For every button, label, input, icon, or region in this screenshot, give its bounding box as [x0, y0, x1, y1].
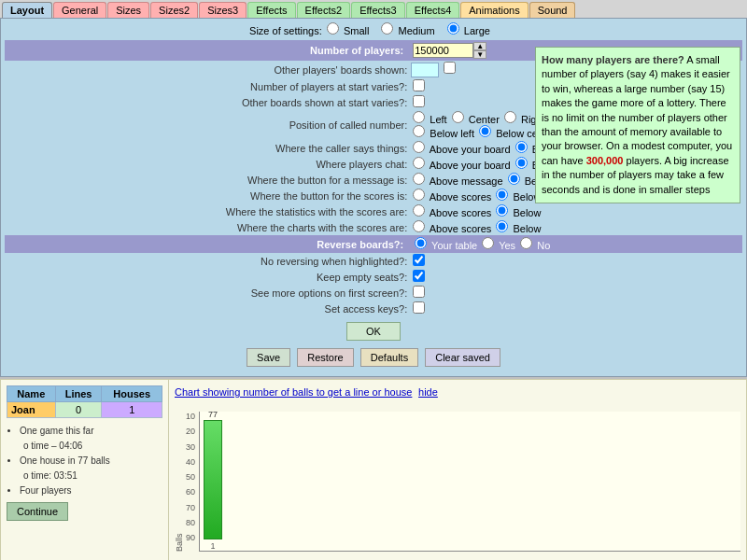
empty-seats-check[interactable] — [413, 270, 425, 282]
boards-varies-check[interactable] — [413, 95, 425, 107]
empty-seats-label: Keep empty seats?: — [317, 272, 407, 283]
more-options-label: See more options on first screen?: — [251, 287, 408, 299]
row-no-reverse-highlight: No reversing when highlighted?: — [5, 253, 742, 269]
access-keys-check[interactable] — [413, 301, 425, 314]
tab-effects4[interactable]: Effects4 — [406, 2, 460, 18]
reverse-label: Reverse boards?: — [317, 239, 403, 250]
num-players-label: Number of players: — [310, 45, 403, 56]
tab-sound[interactable]: Sound — [529, 2, 576, 18]
charts-above-radio[interactable] — [413, 220, 425, 232]
stats-info-item-5: Four players — [20, 483, 162, 497]
stats-cell-houses: 1 — [102, 402, 162, 418]
charts-below-radio[interactable] — [496, 220, 508, 232]
tab-animations[interactable]: Animations — [460, 2, 528, 18]
tab-bar: Layout General Sizes Sizes2 Sizes3 Effec… — [0, 0, 747, 18]
size-medium-radio[interactable] — [381, 22, 393, 35]
reverse-yes-label: Yes — [480, 240, 515, 251]
action-btn-row: Save Restore Defaults Clear saved — [5, 346, 742, 369]
pos-right-radio[interactable] — [504, 111, 516, 123]
scores-below-radio[interactable] — [496, 189, 508, 201]
more-options-check[interactable] — [413, 286, 425, 298]
pos-below-center-radio[interactable] — [479, 125, 491, 137]
chart-area: Balls 90 80 70 60 50 40 30 20 10 — [175, 402, 740, 552]
charts-below-label: Below — [494, 223, 541, 234]
stats-cell-name: Joan — [7, 402, 56, 418]
stats-panel: Name Lines Houses Joan 0 1 One game this… — [1, 380, 169, 560]
clear-saved-button[interactable]: Clear saved — [425, 348, 500, 367]
spinner-up[interactable]: ▲ — [473, 42, 486, 50]
access-keys-label: Set access keys?: — [325, 303, 408, 315]
chat-below-radio[interactable] — [515, 157, 528, 169]
msg-above-radio[interactable] — [413, 173, 425, 185]
other-boards-input[interactable] — [411, 63, 439, 77]
other-boards-check[interactable] — [444, 62, 456, 74]
continue-button[interactable]: Continue — [7, 502, 68, 521]
stats-header-name: Name — [7, 386, 56, 402]
stats-below-radio[interactable] — [496, 204, 508, 217]
tab-effects[interactable]: Effects — [247, 2, 295, 18]
settings-panel: How many players are there? A small numb… — [0, 18, 747, 377]
msg-above-label: Above message — [411, 175, 502, 187]
scores-above-radio[interactable] — [413, 189, 425, 201]
scores-below-label: Below — [494, 191, 541, 203]
size-large-radio[interactable] — [447, 22, 459, 35]
stats-info: One game this far o time – 04:06 One hou… — [7, 424, 162, 497]
stats-row-joan: Joan 0 1 — [7, 402, 162, 418]
pos-below-left-label: Below left — [411, 128, 474, 139]
num-players-input-group: ▲ ▼ — [413, 42, 486, 59]
tab-sizes[interactable]: Sizes — [107, 2, 149, 18]
message-btn-label: Where the button for a message is: — [247, 175, 407, 186]
stats-above-radio[interactable] — [413, 204, 425, 217]
ok-button[interactable]: OK — [346, 322, 401, 341]
chat-label: Where players chat: — [316, 159, 407, 170]
chart-hide-link[interactable]: hide — [418, 386, 438, 398]
stats-info-item-1: One game this far — [20, 424, 162, 438]
bar-value-1: 77 — [208, 410, 218, 419]
chart-bars: 77 1 — [199, 412, 740, 552]
stats-info-item-4: o time: 03:51 — [20, 469, 162, 483]
y-axis: 90 80 70 60 50 40 30 20 10 — [186, 412, 195, 552]
stats-table: Name Lines Houses Joan 0 1 — [7, 385, 162, 418]
caller-above-radio[interactable] — [413, 141, 425, 153]
stats-header-houses: Houses — [102, 386, 162, 402]
row-charts: Where the charts with the scores are: Ab… — [5, 219, 742, 235]
players-varies-check[interactable] — [413, 79, 425, 91]
boards-varies-label: Other boards shown at start varies?: — [242, 97, 407, 108]
size-large-label: Large — [445, 25, 490, 36]
tab-layout[interactable]: Layout — [2, 2, 52, 18]
defaults-button[interactable]: Defaults — [360, 348, 418, 367]
tab-effects2[interactable]: Effects2 — [297, 2, 351, 18]
info-question: How many players are there? — [542, 54, 684, 65]
reverse-yes-radio[interactable] — [482, 237, 494, 249]
caller-above-label: Above your board — [411, 144, 510, 155]
size-small-radio[interactable] — [327, 22, 339, 35]
pos-left-radio[interactable] — [413, 111, 425, 123]
restore-button[interactable]: Restore — [297, 348, 354, 367]
num-players-input[interactable] — [413, 43, 473, 58]
pos-center-label: Center — [450, 114, 500, 125]
reverse-no-radio[interactable] — [520, 237, 532, 249]
chat-above-radio[interactable] — [413, 157, 425, 169]
stats-label: Where the statistics with the scores are… — [226, 206, 407, 217]
tab-effects3[interactable]: Effects3 — [351, 2, 405, 18]
pos-left-label: Left — [411, 114, 446, 125]
save-button[interactable]: Save — [247, 348, 290, 367]
pos-below-left-radio[interactable] — [413, 125, 425, 137]
lower-section: Name Lines Houses Joan 0 1 One game this… — [0, 379, 747, 560]
stats-above-label: Above scores — [411, 207, 491, 218]
msg-below-radio[interactable] — [508, 173, 520, 185]
charts-above-label: Above scores — [411, 223, 491, 234]
no-reverse-highlight-check[interactable] — [413, 254, 425, 266]
caller-below-radio[interactable] — [515, 141, 528, 153]
pos-center-radio[interactable] — [452, 111, 464, 123]
position-label: Position of called number: — [289, 119, 408, 131]
reverse-table-radio[interactable] — [415, 237, 427, 249]
spinner-down[interactable]: ▼ — [473, 50, 486, 59]
chat-above-label: Above your board — [411, 160, 510, 171]
size-row: Size of settings: Small Medium Large — [5, 22, 742, 36]
row-access-keys: Set access keys?: — [5, 301, 742, 316]
tab-sizes2[interactable]: Sizes2 — [150, 2, 198, 18]
tab-general[interactable]: General — [53, 2, 106, 18]
tab-sizes3[interactable]: Sizes3 — [199, 2, 247, 18]
chart-section: Chart showing number of balls to get a l… — [169, 380, 746, 560]
